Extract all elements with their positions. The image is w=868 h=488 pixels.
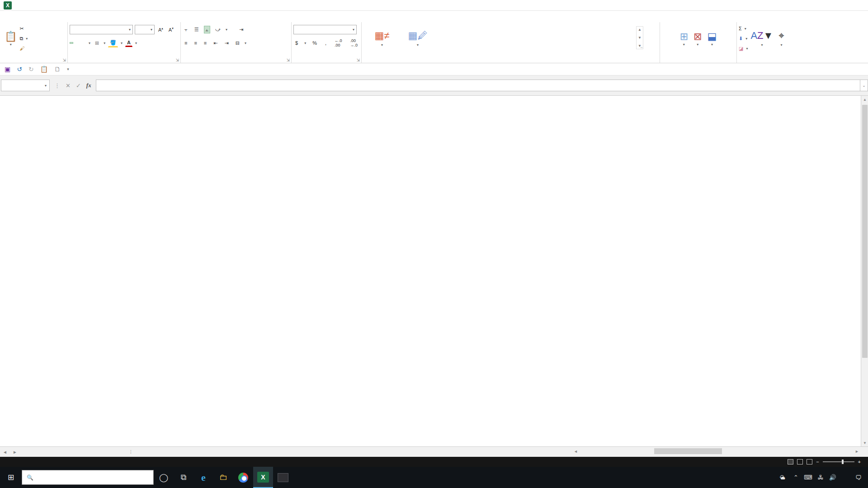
fill-button[interactable]: ⬇▾ <box>739 33 748 43</box>
clear-button[interactable]: ◪▾ <box>739 43 748 53</box>
page-layout-view-icon[interactable] <box>797 459 803 465</box>
weather-widget[interactable]: 🌥 <box>780 474 788 481</box>
vertical-scroll-thumb[interactable] <box>862 105 868 358</box>
paste-button[interactable]: 📋 ▾ <box>2 23 19 53</box>
format-painter-button[interactable]: 🖌 <box>19 43 28 53</box>
excel-app-icon: X <box>4 1 12 9</box>
insert-function-icon[interactable]: fx <box>86 82 91 89</box>
volume-icon[interactable]: 🔊 <box>829 474 836 481</box>
sheet-nav-left-icon[interactable]: ◄ <box>0 447 10 457</box>
cancel-formula-icon[interactable]: ✕ <box>66 82 71 89</box>
touch-keyboard-icon[interactable]: ⌨ <box>804 474 812 481</box>
cells-group: ⊞▾ ⊠▾ ⬓▾ <box>660 22 737 63</box>
delete-cells-button[interactable]: ⊠▾ <box>691 23 704 53</box>
increase-decimal-icon[interactable]: ←.0.00 <box>333 38 344 48</box>
sort-filter-button[interactable]: AZ▼ ▾ <box>748 23 776 53</box>
merge-center-button[interactable]: ⊟ <box>234 39 241 47</box>
quick-access-toolbar: ▣ ↺ ↻ 📋 🗋 ▾ <box>0 63 868 75</box>
copy-button[interactable]: ⧉▾ <box>19 33 28 43</box>
autosum-button[interactable]: Σ▾ <box>739 23 748 33</box>
italic-button[interactable] <box>76 42 80 44</box>
top-align-icon[interactable]: ⫟ <box>183 26 189 33</box>
horizontal-scrollbar[interactable]: ◄ ► <box>572 447 861 455</box>
save-icon[interactable]: ▣ <box>5 66 10 73</box>
middle-align-icon[interactable]: ☰ <box>193 26 201 33</box>
zoom-slider[interactable] <box>823 461 854 462</box>
scroll-down-icon[interactable]: ▼ <box>861 439 868 446</box>
tab-splitter[interactable]: ⁞ <box>130 447 134 457</box>
conditional-formatting-button[interactable]: ▦≠ ▾ <box>363 23 401 53</box>
start-button[interactable]: ⊞ <box>0 467 22 488</box>
file-explorer-icon[interactable]: 🗀 <box>213 467 233 488</box>
formula-bar-row: ▾ ⋮ ✕ ✓ fx ⌄ <box>0 75 868 96</box>
number-dialog-launcher[interactable]: ⇲ <box>356 58 360 62</box>
find-select-button[interactable]: ⌖ ▾ <box>776 23 787 53</box>
new-document-icon[interactable]: 🗋 <box>54 66 61 73</box>
font-name-select[interactable]: ▾ <box>70 25 133 34</box>
enter-formula-icon[interactable]: ✓ <box>76 82 81 89</box>
alignment-dialog-launcher[interactable]: ⇲ <box>286 58 290 62</box>
ribbon: 📋 ▾ ✂ ⧉▾ 🖌 ⇲ ▾ ▾ A▴ A▾ <box>0 22 868 63</box>
network-icon[interactable]: 🖧 <box>818 474 824 481</box>
font-dialog-launcher[interactable]: ⇲ <box>175 58 179 62</box>
formula-bar-input[interactable] <box>96 80 860 91</box>
edge-icon[interactable]: e <box>193 467 213 488</box>
accounting-format-icon[interactable]: $ <box>293 39 300 47</box>
font-color-button[interactable]: A <box>125 39 132 47</box>
secondary-app-icon[interactable] <box>273 467 293 488</box>
cell-styles-gallery <box>435 26 635 53</box>
scroll-up-icon[interactable]: ▲ <box>861 96 868 103</box>
excel-taskbar-icon[interactable]: X <box>253 467 273 488</box>
orientation-icon[interactable]: ⤻ <box>213 26 222 33</box>
cut-button[interactable]: ✂ <box>19 23 28 33</box>
normal-view-icon[interactable] <box>788 459 793 465</box>
align-left-icon[interactable]: ≡ <box>183 39 189 47</box>
underline-button[interactable] <box>82 42 86 44</box>
align-center-icon[interactable]: ≡ <box>192 39 198 47</box>
qat-customize-icon[interactable]: ▾ <box>67 67 69 71</box>
format-as-table-button[interactable]: ▦🖉 ▾ <box>401 23 435 53</box>
clipboard-dialog-launcher[interactable]: ⇲ <box>62 58 66 62</box>
percent-icon[interactable]: % <box>311 39 319 47</box>
comma-icon[interactable]: , <box>323 39 328 47</box>
horizontal-scroll-thumb[interactable] <box>654 448 722 454</box>
zoom-out-icon[interactable]: − <box>816 459 819 465</box>
name-box-dropdown-icon[interactable]: ▾ <box>45 84 47 88</box>
gallery-scroll[interactable]: ▲▼▼̲ <box>636 26 643 49</box>
fill-color-button[interactable]: 🪣 <box>108 39 118 47</box>
cortana-icon[interactable]: ◯ <box>154 467 174 488</box>
increase-indent-icon[interactable]: ⇥ <box>222 39 230 47</box>
paste-qat-icon[interactable]: 📋 <box>40 66 48 73</box>
chrome-icon[interactable] <box>233 467 253 488</box>
grow-font-button[interactable]: A▴ <box>156 26 165 33</box>
format-cells-button[interactable]: ⬓▾ <box>705 23 720 53</box>
scroll-right-icon[interactable]: ► <box>853 447 861 455</box>
action-center-icon[interactable]: 🗨 <box>853 474 864 481</box>
wrap-text-button[interactable]: ⇥ <box>237 26 245 33</box>
new-sheet-button[interactable] <box>20 447 31 457</box>
align-right-icon[interactable]: ≡ <box>202 39 208 47</box>
scissors-icon: ✂ <box>19 26 24 32</box>
decrease-indent-icon[interactable]: ⇤ <box>212 39 219 47</box>
taskbar-search-input[interactable]: 🔍 <box>22 470 154 485</box>
redo-icon[interactable]: ↻ <box>28 66 34 73</box>
task-view-icon[interactable]: ⧉ <box>174 467 193 488</box>
sheet-nav-right-icon[interactable]: ► <box>10 447 20 457</box>
name-box[interactable]: ▾ <box>1 80 50 91</box>
scroll-left-icon[interactable]: ◄ <box>572 447 580 455</box>
formula-bar-expand-icon[interactable]: ⌄ <box>860 80 868 91</box>
hidden-icons-chevron-icon[interactable]: ⌃ <box>793 474 798 481</box>
zoom-slider-thumb[interactable] <box>842 460 844 464</box>
page-break-view-icon[interactable] <box>807 459 812 465</box>
borders-button[interactable]: ⊞ <box>93 39 101 47</box>
decrease-decimal-icon[interactable]: .00→.0 <box>349 38 360 48</box>
bold-button[interactable] <box>70 42 73 44</box>
bottom-align-icon[interactable]: ⫠ <box>204 26 211 33</box>
insert-cells-button[interactable]: ⊞▾ <box>677 23 691 53</box>
number-format-select[interactable]: ▾ <box>293 25 357 34</box>
vertical-scrollbar[interactable]: ▲ ▼ <box>861 96 868 446</box>
zoom-in-icon[interactable]: + <box>858 459 861 465</box>
undo-icon[interactable]: ↺ <box>17 66 22 73</box>
shrink-font-button[interactable]: A▾ <box>167 26 175 33</box>
font-size-select[interactable]: ▾ <box>135 25 155 34</box>
